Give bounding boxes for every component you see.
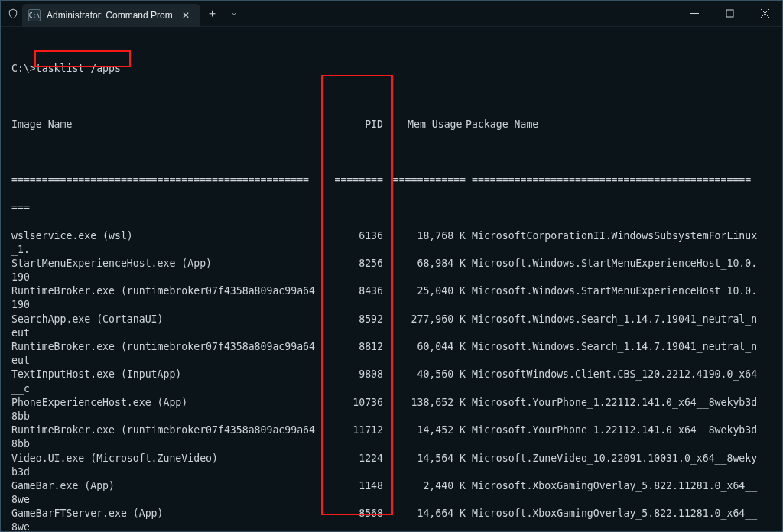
cell-image-name: wslservice.exe (wsl) — [11, 229, 328, 243]
shield-icon — [7, 8, 19, 20]
cell-mem: 40,560 K — [389, 368, 466, 381]
cell-mem: 25,040 K — [389, 284, 466, 298]
cell-image-name: PhoneExperienceHost.exe (App) — [11, 396, 328, 410]
cell-mem: 14,564 K — [389, 452, 466, 466]
close-window-button[interactable] — [747, 1, 782, 26]
header-mem: Mem Usage — [389, 118, 466, 131]
new-tab-button[interactable]: ＋ — [200, 1, 225, 26]
tab-dropdown-button[interactable] — [225, 1, 243, 26]
cmd-icon: C:\ — [28, 9, 41, 21]
cell-pkg: Microsoft.YourPhone_1.22112.141.0_x64__8… — [466, 396, 764, 410]
cell-mem: 138,652 K — [389, 396, 466, 410]
cell-image-name: GameBarFTServer.exe (App) — [11, 507, 328, 521]
cell-pkg: Microsoft.ZuneVideo_10.22091.10031.0_x64… — [466, 452, 764, 466]
maximize-button[interactable] — [712, 1, 747, 26]
cell-mem: 14,664 K — [389, 507, 466, 521]
titlebar-left — [1, 1, 19, 26]
header-pkg: Package Name — [466, 118, 764, 131]
svg-rect-1 — [726, 10, 733, 17]
cell-pkg: Microsoft.XboxGamingOverlay_5.822.11281.… — [466, 507, 764, 521]
cell-image-name: Video.UI.exe (Microsoft.ZuneVideo) — [11, 452, 328, 466]
minimize-button[interactable] — [677, 1, 712, 26]
table-row-continuation: 8we — [11, 521, 772, 532]
cell-image-name: GameBar.exe (App) — [11, 479, 328, 493]
highlight-pid-column — [321, 75, 393, 515]
cell-pkg: Microsoft.Windows.Search_1.14.7.19041_ne… — [466, 340, 764, 354]
titlebar: C:\ Administrator: Command Prom ✕ ＋ — [1, 1, 782, 27]
cell-pkg: Microsoft.YourPhone_1.22112.141.0_x64__8… — [466, 423, 764, 437]
cell-image-name: SearchApp.exe (CortanaUI) — [11, 313, 328, 326]
cell-mem: 2,440 K — [389, 479, 466, 493]
tab-active[interactable]: C:\ Administrator: Command Prom ✕ — [22, 4, 200, 27]
cell-pkg: MicrosoftWindows.Client.CBS_120.2212.419… — [466, 368, 764, 381]
window-controls — [677, 1, 782, 26]
cell-image-name: RuntimeBroker.exe (runtimebroker07f4358a… — [11, 423, 328, 437]
cell-mem: 60,044 K — [389, 340, 466, 354]
cell-image-name: StartMenuExperienceHost.exe (App) — [11, 257, 328, 271]
cell-pkg: MicrosoftCorporationII.WindowsSubsystemF… — [466, 229, 764, 243]
cell-pkg: Microsoft.Windows.Search_1.14.7.19041_ne… — [466, 313, 764, 326]
highlight-command — [34, 50, 131, 67]
tab-title: Administrator: Command Prom — [47, 10, 173, 21]
tab-close-button[interactable]: ✕ — [179, 8, 193, 22]
cell-image-name: RuntimeBroker.exe (runtimebroker07f4358a… — [11, 340, 328, 354]
titlebar-drag-region[interactable] — [243, 1, 677, 26]
cell-pkg: Microsoft.Windows.StartMenuExperienceHos… — [466, 257, 764, 271]
prompt-path: C:\> — [11, 63, 36, 74]
cell-pkg: Microsoft.Windows.StartMenuExperienceHos… — [466, 284, 764, 298]
cell-mem: 14,452 K — [389, 423, 466, 437]
header-image-name: Image Name — [11, 118, 328, 131]
cell-mem: 68,984 K — [389, 257, 466, 271]
cell-image-name: RuntimeBroker.exe (runtimebroker07f4358a… — [11, 284, 328, 298]
cell-pkg: Microsoft.XboxGamingOverlay_5.822.11281.… — [466, 479, 764, 493]
cell-mem: 18,768 K — [389, 229, 466, 243]
cell-mem: 277,960 K — [389, 313, 466, 326]
cell-image-name: TextInputHost.exe (InputApp) — [11, 368, 328, 381]
